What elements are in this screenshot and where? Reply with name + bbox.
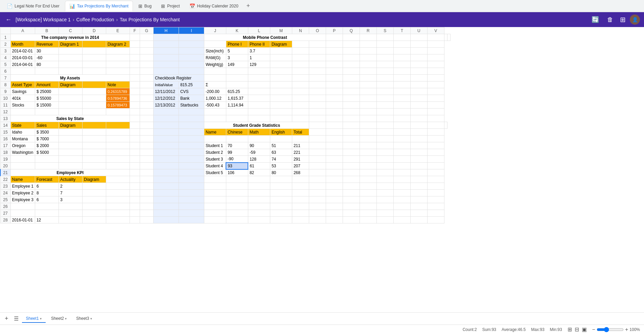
cell-m10[interactable] (270, 95, 292, 102)
cell-f10[interactable] (130, 95, 140, 102)
cell-o10[interactable] (309, 95, 326, 102)
cell-o24[interactable] (309, 190, 326, 196)
cell-b3[interactable]: 30 (35, 48, 59, 54)
cell-e27[interactable] (106, 210, 130, 217)
cell-f18[interactable] (130, 149, 140, 156)
cell-j8[interactable]: Σ (204, 81, 226, 88)
cell-o9[interactable] (309, 88, 326, 95)
cell-c5[interactable] (59, 61, 82, 68)
page-view-button[interactable]: ▣ (582, 326, 587, 333)
cell-u5[interactable] (410, 61, 427, 68)
cell-a24[interactable]: Employee 2 (10, 190, 35, 196)
cell-c16[interactable] (59, 136, 82, 142)
cell-u15[interactable] (410, 129, 427, 136)
cell-m4[interactable] (270, 54, 292, 61)
cell-s24[interactable] (376, 190, 393, 196)
cell-a27[interactable] (10, 210, 35, 217)
cell-c18[interactable] (59, 149, 82, 156)
cell-o19[interactable] (309, 156, 326, 163)
cell-g19[interactable] (140, 156, 153, 163)
apps-button[interactable]: ⊞ (619, 14, 627, 25)
cell-k13[interactable] (226, 115, 248, 122)
cell-s2[interactable] (376, 41, 393, 48)
cell-f13[interactable] (130, 115, 140, 122)
col-header-h[interactable]: H (153, 27, 179, 34)
cell-k8[interactable] (226, 81, 248, 88)
cell-b19[interactable] (35, 156, 59, 163)
breadcrumb-workspace[interactable]: [Workspace] Workspace 1 (16, 17, 71, 22)
cell-d17[interactable] (82, 142, 106, 149)
cell-g25[interactable] (140, 196, 153, 203)
cell-a6[interactable] (10, 68, 35, 75)
cell-m3[interactable] (270, 48, 292, 54)
cell-e6[interactable] (106, 68, 130, 75)
cell-r2[interactable] (360, 41, 376, 48)
refresh-button[interactable]: 🔄 (589, 15, 602, 25)
cell-b9[interactable]: $ 25000 (35, 88, 59, 95)
cell-r28[interactable] (360, 217, 376, 223)
cell-j17[interactable]: Student 1 (204, 142, 226, 149)
cell-q4[interactable] (343, 54, 360, 61)
cell-f23[interactable] (130, 183, 140, 190)
cell-q18[interactable] (343, 149, 360, 156)
cell-j2[interactable] (204, 41, 226, 48)
cell-q11[interactable] (343, 102, 360, 109)
cell-r1[interactable] (393, 34, 410, 41)
cell-h18[interactable] (153, 149, 179, 156)
cell-o17[interactable] (309, 142, 326, 149)
cell-p21[interactable] (326, 169, 343, 176)
cell-d27[interactable] (82, 210, 106, 217)
cell-h22[interactable] (153, 176, 179, 183)
cell-q19[interactable] (343, 156, 360, 163)
cell-c25[interactable]: 3 (59, 196, 82, 203)
cell-d20[interactable] (82, 163, 106, 169)
cell-j22[interactable] (204, 176, 226, 183)
cell-l10[interactable] (248, 95, 270, 102)
col-header-v[interactable]: V (427, 27, 444, 34)
cell-d19[interactable] (82, 156, 106, 163)
cell-d14[interactable] (82, 122, 106, 129)
cell-r26[interactable] (360, 203, 376, 210)
cell-a7[interactable]: My Assets (10, 75, 130, 81)
cell-s26[interactable] (376, 203, 393, 210)
cell-q28[interactable] (343, 217, 360, 223)
cell-q24[interactable] (343, 190, 360, 196)
cell-m22[interactable] (270, 176, 292, 183)
cell-v1[interactable] (447, 34, 450, 41)
cell-j28[interactable] (204, 217, 226, 223)
cell-j7[interactable] (204, 75, 226, 81)
cell-f25[interactable] (130, 196, 140, 203)
col-header-t[interactable]: T (393, 27, 410, 34)
cell-g21[interactable] (140, 169, 153, 176)
cell-b17[interactable]: $ 2000 (35, 142, 59, 149)
cell-f12[interactable] (130, 109, 140, 115)
cell-l7[interactable] (248, 75, 270, 81)
cell-f7[interactable] (130, 75, 140, 81)
cell-t14[interactable] (410, 122, 427, 129)
cell-i9[interactable]: CVS (179, 88, 204, 95)
cell-a16[interactable]: Montana (10, 136, 35, 142)
cell-p27[interactable] (326, 210, 343, 217)
cell-h23[interactable] (153, 183, 179, 190)
cell-u14[interactable] (427, 122, 444, 129)
cell-c9[interactable] (59, 88, 82, 95)
cell-l11[interactable] (248, 102, 270, 109)
cell-m25[interactable] (270, 196, 292, 203)
cell-m6[interactable] (270, 68, 292, 75)
cell-s6[interactable] (376, 68, 393, 75)
cell-l12[interactable] (248, 109, 270, 115)
cell-n25[interactable] (292, 196, 309, 203)
cell-r23[interactable] (360, 183, 376, 190)
cell-g27[interactable] (140, 210, 153, 217)
cell-s11[interactable] (376, 102, 393, 109)
cell-p10[interactable] (326, 95, 343, 102)
cell-c24[interactable]: 7 (59, 190, 82, 196)
cell-h3[interactable] (153, 48, 179, 54)
cell-u8[interactable] (410, 81, 427, 88)
cell-r3[interactable] (360, 48, 376, 54)
cell-l18[interactable]: -59 (248, 149, 270, 156)
cell-n8[interactable] (292, 81, 309, 88)
zoom-slider[interactable] (597, 327, 624, 332)
cell-j11[interactable]: -500.43 (204, 102, 226, 109)
cell-h19[interactable] (153, 156, 179, 163)
